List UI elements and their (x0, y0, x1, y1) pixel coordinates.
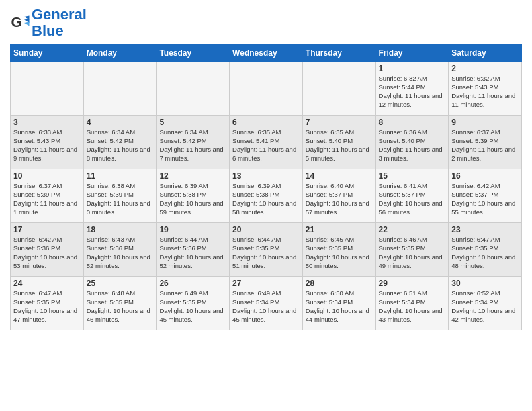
day-cell: 7Sunrise: 6:35 AMSunset: 5:40 PMDaylight… (302, 116, 375, 169)
day-number: 6 (232, 118, 300, 127)
day-info: Sunrise: 6:43 AMSunset: 5:36 PMDaylight:… (87, 236, 154, 270)
day-number: 26 (159, 279, 226, 288)
day-info: Sunrise: 6:41 AMSunset: 5:37 PMDaylight:… (379, 182, 446, 216)
weekday-header-saturday: Saturday (449, 45, 522, 62)
day-cell: 30Sunrise: 6:52 AMSunset: 5:34 PMDayligh… (449, 277, 522, 330)
day-number: 24 (13, 279, 81, 288)
day-number: 29 (379, 279, 446, 288)
day-cell: 11Sunrise: 6:38 AMSunset: 5:39 PMDayligh… (83, 169, 157, 223)
day-info: Sunrise: 6:42 AMSunset: 5:36 PMDaylight:… (13, 236, 81, 270)
day-info: Sunrise: 6:46 AMSunset: 5:35 PMDaylight:… (379, 236, 446, 270)
day-cell: 19Sunrise: 6:44 AMSunset: 5:36 PMDayligh… (157, 223, 230, 277)
day-number: 20 (232, 225, 300, 234)
day-cell (157, 62, 230, 116)
calendar-page: G General Blue SundayMondayTuesdayWednes… (0, 0, 532, 337)
day-number: 12 (159, 171, 226, 181)
day-number: 14 (306, 171, 373, 181)
day-cell: 14Sunrise: 6:40 AMSunset: 5:37 PMDayligh… (302, 169, 375, 223)
day-info: Sunrise: 6:37 AMSunset: 5:39 PMDaylight:… (13, 182, 81, 216)
day-cell: 20Sunrise: 6:44 AMSunset: 5:35 PMDayligh… (230, 223, 303, 277)
day-number: 11 (87, 171, 154, 181)
day-info: Sunrise: 6:51 AMSunset: 5:34 PMDaylight:… (379, 289, 446, 324)
day-cell: 18Sunrise: 6:43 AMSunset: 5:36 PMDayligh… (83, 223, 157, 277)
day-cell: 1Sunrise: 6:32 AMSunset: 5:44 PMDaylight… (375, 62, 449, 116)
week-row-5: 24Sunrise: 6:47 AMSunset: 5:35 PMDayligh… (11, 277, 522, 330)
day-cell: 4Sunrise: 6:34 AMSunset: 5:42 PMDaylight… (83, 116, 157, 169)
week-row-4: 17Sunrise: 6:42 AMSunset: 5:36 PMDayligh… (11, 223, 522, 277)
day-number: 21 (306, 225, 373, 234)
day-cell: 24Sunrise: 6:47 AMSunset: 5:35 PMDayligh… (11, 277, 84, 330)
day-info: Sunrise: 6:36 AMSunset: 5:40 PMDaylight:… (379, 128, 446, 163)
day-number: 30 (451, 279, 519, 288)
logo: G General Blue (10, 7, 87, 39)
day-cell: 10Sunrise: 6:37 AMSunset: 5:39 PMDayligh… (11, 169, 84, 223)
week-row-2: 3Sunrise: 6:33 AMSunset: 5:43 PMDaylight… (11, 116, 522, 169)
day-info: Sunrise: 6:39 AMSunset: 5:38 PMDaylight:… (232, 182, 300, 216)
day-cell: 21Sunrise: 6:45 AMSunset: 5:35 PMDayligh… (302, 223, 375, 277)
day-number: 7 (306, 118, 373, 127)
day-cell: 6Sunrise: 6:35 AMSunset: 5:41 PMDaylight… (230, 116, 303, 169)
day-cell (11, 62, 84, 116)
day-info: Sunrise: 6:35 AMSunset: 5:40 PMDaylight:… (306, 128, 373, 163)
day-info: Sunrise: 6:35 AMSunset: 5:41 PMDaylight:… (232, 128, 300, 163)
day-number: 19 (159, 225, 226, 234)
day-info: Sunrise: 6:49 AMSunset: 5:34 PMDaylight:… (232, 289, 300, 324)
day-number: 16 (451, 171, 519, 181)
day-number: 13 (232, 171, 300, 181)
day-cell: 13Sunrise: 6:39 AMSunset: 5:38 PMDayligh… (230, 169, 303, 223)
day-cell: 8Sunrise: 6:36 AMSunset: 5:40 PMDaylight… (375, 116, 449, 169)
day-info: Sunrise: 6:32 AMSunset: 5:44 PMDaylight:… (379, 75, 446, 109)
day-cell: 22Sunrise: 6:46 AMSunset: 5:35 PMDayligh… (375, 223, 449, 277)
day-number: 2 (451, 64, 519, 73)
weekday-header-row: SundayMondayTuesdayWednesdayThursdayFrid… (11, 45, 522, 62)
day-info: Sunrise: 6:40 AMSunset: 5:37 PMDaylight:… (306, 182, 373, 216)
day-cell: 16Sunrise: 6:42 AMSunset: 5:37 PMDayligh… (449, 169, 522, 223)
day-cell: 28Sunrise: 6:50 AMSunset: 5:34 PMDayligh… (302, 277, 375, 330)
header: G General Blue (10, 7, 522, 39)
day-info: Sunrise: 6:49 AMSunset: 5:35 PMDaylight:… (159, 289, 226, 324)
day-number: 18 (87, 225, 154, 234)
day-number: 22 (379, 225, 446, 234)
day-cell: 2Sunrise: 6:32 AMSunset: 5:43 PMDaylight… (449, 62, 522, 116)
day-number: 15 (379, 171, 446, 181)
weekday-header-sunday: Sunday (11, 45, 84, 62)
week-row-3: 10Sunrise: 6:37 AMSunset: 5:39 PMDayligh… (11, 169, 522, 223)
day-info: Sunrise: 6:39 AMSunset: 5:38 PMDaylight:… (159, 182, 226, 216)
logo-icon: G (10, 13, 30, 33)
day-cell: 25Sunrise: 6:48 AMSunset: 5:35 PMDayligh… (83, 277, 157, 330)
weekday-header-monday: Monday (83, 45, 157, 62)
day-cell: 29Sunrise: 6:51 AMSunset: 5:34 PMDayligh… (375, 277, 449, 330)
day-number: 4 (87, 118, 154, 127)
day-number: 9 (451, 118, 519, 127)
week-row-1: 1Sunrise: 6:32 AMSunset: 5:44 PMDaylight… (11, 62, 522, 116)
day-cell: 9Sunrise: 6:37 AMSunset: 5:39 PMDaylight… (449, 116, 522, 169)
day-info: Sunrise: 6:33 AMSunset: 5:43 PMDaylight:… (13, 128, 81, 163)
calendar-table: SundayMondayTuesdayWednesdayThursdayFrid… (10, 44, 522, 330)
day-number: 1 (379, 64, 446, 73)
weekday-header-wednesday: Wednesday (230, 45, 303, 62)
day-info: Sunrise: 6:50 AMSunset: 5:34 PMDaylight:… (306, 289, 373, 324)
logo-text: General Blue (32, 7, 87, 39)
day-info: Sunrise: 6:32 AMSunset: 5:43 PMDaylight:… (451, 75, 519, 109)
day-number: 28 (306, 279, 373, 288)
day-number: 27 (232, 279, 300, 288)
day-number: 10 (13, 171, 81, 181)
day-info: Sunrise: 6:34 AMSunset: 5:42 PMDaylight:… (159, 128, 226, 163)
day-cell: 17Sunrise: 6:42 AMSunset: 5:36 PMDayligh… (11, 223, 84, 277)
day-info: Sunrise: 6:44 AMSunset: 5:36 PMDaylight:… (159, 236, 226, 270)
day-number: 5 (159, 118, 226, 127)
day-info: Sunrise: 6:48 AMSunset: 5:35 PMDaylight:… (87, 289, 154, 324)
day-cell: 3Sunrise: 6:33 AMSunset: 5:43 PMDaylight… (11, 116, 84, 169)
day-number: 23 (451, 225, 519, 234)
day-info: Sunrise: 6:47 AMSunset: 5:35 PMDaylight:… (451, 236, 519, 270)
day-cell (230, 62, 303, 116)
day-cell: 27Sunrise: 6:49 AMSunset: 5:34 PMDayligh… (230, 277, 303, 330)
svg-marker-3 (24, 22, 30, 26)
day-cell: 23Sunrise: 6:47 AMSunset: 5:35 PMDayligh… (449, 223, 522, 277)
day-cell: 15Sunrise: 6:41 AMSunset: 5:37 PMDayligh… (375, 169, 449, 223)
day-cell (83, 62, 157, 116)
day-info: Sunrise: 6:47 AMSunset: 5:35 PMDaylight:… (13, 289, 81, 324)
day-number: 3 (13, 118, 81, 127)
weekday-header-thursday: Thursday (302, 45, 375, 62)
day-info: Sunrise: 6:45 AMSunset: 5:35 PMDaylight:… (306, 236, 373, 270)
